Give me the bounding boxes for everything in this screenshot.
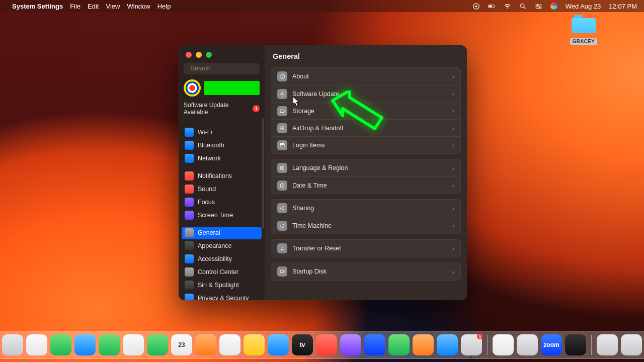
dock-app-contacts[interactable] <box>195 334 216 355</box>
dock-app-app-store[interactable] <box>437 334 458 355</box>
dock-app-keynote[interactable] <box>364 334 385 355</box>
dock-app-music[interactable] <box>316 334 337 355</box>
folder-label: GRACEY <box>570 38 598 45</box>
dock-app-launchpad[interactable] <box>2 334 23 355</box>
menu-view[interactable]: View <box>106 3 120 10</box>
dock-app-calendar[interactable]: 23 <box>171 334 192 355</box>
sidebar-item-siri-spotlight[interactable]: Siri & Spotlight <box>182 279 262 292</box>
dock-app-safari[interactable] <box>26 334 47 355</box>
software-update-available[interactable]: Software Update Available 1 <box>184 102 260 116</box>
sidebar-item-bluetooth[interactable]: Bluetooth <box>182 139 262 152</box>
menu-file[interactable]: File <box>70 3 80 10</box>
sidebar-item-accessibility[interactable]: Accessibility <box>182 253 262 265</box>
sidebar-item-sound[interactable]: Sound <box>182 183 262 196</box>
row-time-machine[interactable]: Time Machine › <box>271 217 460 234</box>
appleid-row[interactable] <box>184 79 260 97</box>
svg-point-22 <box>280 208 281 209</box>
close-button[interactable] <box>186 52 192 58</box>
sidebar-item-icon <box>185 128 194 137</box>
chevron-right-icon: › <box>452 164 454 172</box>
svg-point-9 <box>539 7 541 9</box>
dock-app-mail[interactable] <box>74 334 96 355</box>
dock-app-desktop[interactable] <box>621 334 642 355</box>
dock-app-preview[interactable] <box>493 334 514 355</box>
sidebar-item-icon <box>185 254 194 263</box>
wifi-icon[interactable] <box>504 3 511 10</box>
sidebar-item-label: Siri & Spotlight <box>198 282 239 289</box>
sidebar-item-icon <box>185 267 194 277</box>
minimize-button[interactable] <box>196 52 202 58</box>
menu-edit[interactable]: Edit <box>88 3 99 10</box>
sidebar-item-privacy-security[interactable]: Privacy & Security <box>182 292 262 301</box>
disk-icon <box>277 106 287 116</box>
settings-group: Language & Region › Date & Time › <box>271 159 461 194</box>
dock-app-system-settings[interactable]: 1 <box>461 334 482 355</box>
sidebar-item-screen-time[interactable]: Screen Time <box>182 209 262 222</box>
row-startup-disk[interactable]: Startup Disk › <box>271 263 460 280</box>
row-label: Transfer or Reset <box>292 245 341 252</box>
desktop-folder[interactable]: GRACEY <box>569 15 599 45</box>
sidebar-item-label: Appearance <box>198 242 231 249</box>
dock-app-photos[interactable] <box>123 334 144 355</box>
zoom-button[interactable] <box>206 52 212 58</box>
row-storage[interactable]: Storage › <box>271 102 460 119</box>
menu-help[interactable]: Help <box>157 3 171 10</box>
dock-app-notes[interactable] <box>244 334 265 355</box>
menubar-date[interactable]: Wed Aug 23 <box>566 3 601 10</box>
sidebar-item-label: Screen Time <box>198 212 233 219</box>
row-sharing[interactable]: Sharing › <box>271 200 460 217</box>
search-input[interactable] <box>191 65 270 72</box>
dock-app-reminders[interactable] <box>219 334 240 355</box>
row-date-time[interactable]: Date & Time › <box>271 176 460 194</box>
battery-icon[interactable] <box>488 3 496 10</box>
svg-rect-13 <box>282 75 283 75</box>
pane-title: General <box>265 45 467 65</box>
dock-app-messages[interactable] <box>50 334 71 355</box>
sidebar-item-appearance[interactable]: Appearance <box>182 240 262 252</box>
dock-app-facetime[interactable] <box>147 334 168 355</box>
sidebar-item-control-center[interactable]: Control Center <box>182 266 262 279</box>
spotlight-icon[interactable] <box>519 3 527 10</box>
dock-app-screenshot[interactable] <box>517 334 538 355</box>
settings-group: About › Software Update › Storage › AirD… <box>271 67 461 154</box>
globe-icon <box>277 163 287 173</box>
row-label: Storage <box>292 108 314 115</box>
control-center-icon[interactable] <box>535 3 542 10</box>
sidebar-item-wi-fi[interactable]: Wi-Fi <box>182 126 262 139</box>
row-language-region[interactable]: Language & Region › <box>271 159 460 176</box>
dock-app-quicktime[interactable] <box>565 334 586 355</box>
chevron-right-icon: › <box>452 245 454 252</box>
search-field[interactable] <box>184 63 260 74</box>
menu-window[interactable]: Window <box>127 3 150 10</box>
dock-app-pages[interactable] <box>413 334 434 355</box>
svg-point-23 <box>283 206 284 207</box>
dock-app-freeform[interactable] <box>268 334 289 355</box>
siri-icon[interactable] <box>550 3 557 10</box>
dock-app-tv[interactable]: tv <box>292 334 313 355</box>
svg-point-17 <box>282 127 283 129</box>
dock-app-maps[interactable] <box>99 334 120 355</box>
row-airdrop-handoff[interactable]: AirDrop & Handoff › <box>271 119 460 136</box>
app-name[interactable]: System Settings <box>12 3 63 10</box>
row-login-items[interactable]: Login Items › <box>271 136 460 153</box>
row-transfer-or-reset[interactable]: Transfer or Reset › <box>271 240 460 257</box>
arrows-icon <box>277 243 287 253</box>
chevron-right-icon: › <box>452 90 454 98</box>
sidebar-item-general[interactable]: General <box>182 227 262 239</box>
dock-app-zoom[interactable]: zoom <box>541 334 562 355</box>
running-indicator <box>471 356 472 358</box>
sidebar-item-network[interactable]: Network <box>182 152 262 165</box>
menubar-time[interactable]: 12:07 PM <box>609 3 637 10</box>
dock-app-downloads[interactable] <box>597 334 618 355</box>
row-software-update[interactable]: Software Update › <box>271 85 460 102</box>
record-icon[interactable] <box>472 3 480 10</box>
sidebar-item-notifications[interactable]: Notifications <box>182 170 262 183</box>
dock-app-numbers[interactable] <box>388 334 410 355</box>
avatar <box>184 79 201 97</box>
sidebar-scrollbar[interactable] <box>262 118 264 229</box>
sidebar-item-focus[interactable]: Focus <box>182 196 262 209</box>
row-about[interactable]: About › <box>271 68 460 85</box>
dock-app-podcasts[interactable] <box>340 334 361 355</box>
dock: 23 tv <box>0 331 644 359</box>
sidebar-item-label: Accessibility <box>198 255 232 262</box>
